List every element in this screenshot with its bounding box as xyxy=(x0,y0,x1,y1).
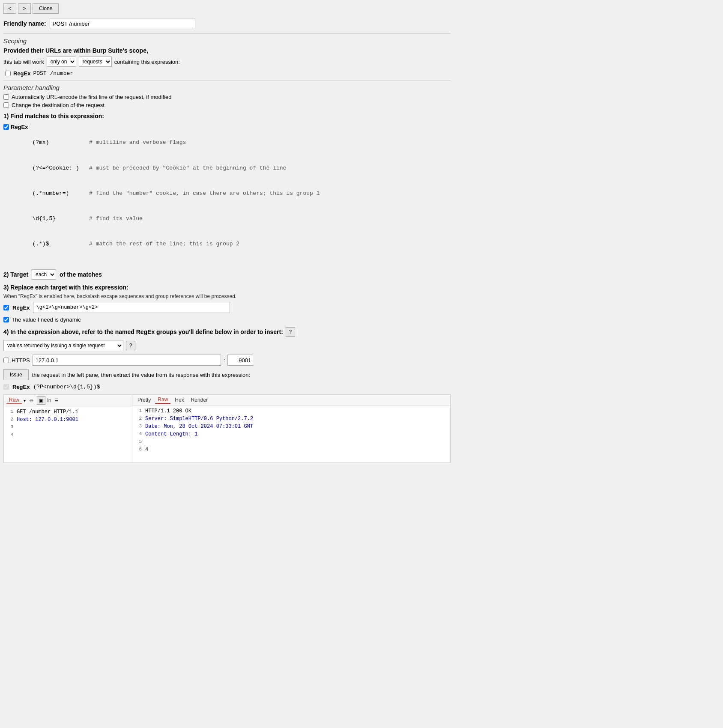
regex-code-block: (?mx) # multiline and verbose flags (?<=… xyxy=(32,122,320,265)
target-prefix: 2) Target xyxy=(3,271,28,278)
section4-help-btn[interactable]: ? xyxy=(286,327,295,337)
find-heading: 1) Find matches to this expression: xyxy=(3,113,451,119)
right-line-2: 2 Server: SimpleHTTP/0.6 Python/2.7.2 xyxy=(135,415,448,423)
change-dest-checkbox[interactable] xyxy=(3,102,9,108)
requests-select[interactable]: requests xyxy=(79,57,112,67)
scoping-regex-row: RegEx POST /number xyxy=(5,70,451,77)
dynamic-label: The value I need is dynamic xyxy=(12,316,81,323)
dropdown-row: values returned by issuing a single requ… xyxy=(3,340,451,351)
forward-button[interactable]: > xyxy=(18,3,31,14)
code-line-2: (?<=^Cookie: ) # must be preceded by "Co… xyxy=(32,164,320,173)
find-regex-label: RegEx xyxy=(11,124,28,130)
replace-desc: When "RegEx" is enabled here, backslash … xyxy=(3,293,451,299)
right-tab-raw[interactable]: Raw xyxy=(155,396,170,404)
right-tab-pretty[interactable]: Pretty xyxy=(135,397,153,403)
ln-label[interactable]: ln xyxy=(47,397,51,403)
change-dest-row: Change the destination of the request xyxy=(3,102,451,108)
panes-container: Raw ▾ ⊘ ▣ ln ☰ 1 GET /number HTTP/1.1 2 … xyxy=(3,394,451,463)
left-pane: Raw ▾ ⊘ ▣ ln ☰ 1 GET /number HTTP/1.1 2 … xyxy=(4,395,132,462)
dynamic-checkbox[interactable] xyxy=(3,317,9,322)
scoping-regex-value: POST /number xyxy=(33,70,73,77)
url-encode-checkbox[interactable] xyxy=(3,94,9,100)
left-line-4: 4 xyxy=(6,431,129,439)
friendly-name-label: Friendly name: xyxy=(3,20,46,27)
right-tab-render[interactable]: Render xyxy=(188,397,210,403)
find-regex-check-row: RegEx xyxy=(3,124,28,130)
left-tab-raw[interactable]: Raw xyxy=(6,397,22,404)
scoping-title: Scoping xyxy=(3,37,451,45)
right-tab-hex[interactable]: Hex xyxy=(172,397,186,403)
right-line-3: 3 Date: Mon, 28 Oct 2024 07:33:01 GMT xyxy=(135,423,448,430)
extract-regex-value: (?P<number>\d{1,5})$ xyxy=(33,384,100,390)
right-line-1: 1 HTTP/1.1 200 OK xyxy=(135,407,448,415)
replace-regex-checkbox[interactable] xyxy=(3,305,9,310)
only-on-select[interactable]: only on xyxy=(47,57,76,67)
code-line-4: \d{1,5} # find its value xyxy=(32,215,320,224)
right-line-4: 4 Content-Length: 1 xyxy=(135,430,448,438)
scoping-regex-label: RegEx xyxy=(13,70,30,77)
right-line-5: 5 xyxy=(135,438,448,446)
toolbar: < > Clone xyxy=(3,3,451,14)
port-separator: : xyxy=(224,357,225,364)
target-suffix: of the matches xyxy=(60,271,102,278)
extract-regex-row: RegEx (?P<number>\d{1,5})$ xyxy=(3,384,451,390)
issue-button[interactable]: Issue xyxy=(3,369,29,380)
containing-label: containing this expression: xyxy=(114,59,180,65)
host-input[interactable] xyxy=(33,355,221,366)
left-line-2: 2 Host: 127.0.0.1:9001 xyxy=(6,416,129,424)
section4-row: 4) In the expression above, refer to the… xyxy=(3,327,451,337)
issue-row: Issue the request in the left pane, then… xyxy=(3,369,451,380)
main-container: < > Clone Friendly name: Scoping Provide… xyxy=(0,0,454,728)
friendly-name-input[interactable] xyxy=(50,18,195,29)
replace-input[interactable] xyxy=(33,302,230,313)
back-button[interactable]: < xyxy=(3,3,16,14)
issue-desc: the request in the left pane, then extra… xyxy=(32,372,250,378)
url-encode-row: Automatically URL-encode the first line … xyxy=(3,94,451,100)
url-encode-label: Automatically URL-encode the first line … xyxy=(12,94,172,100)
send-icon[interactable]: ▣ xyxy=(37,396,45,405)
target-row: 2) Target each of the matches xyxy=(3,269,451,280)
left-pane-content: 1 GET /number HTTP/1.1 2 Host: 127.0.0.1… xyxy=(4,406,132,462)
right-pane-content: 1 HTTP/1.1 200 OK 2 Server: SimpleHTTP/0… xyxy=(132,406,450,462)
code-line-5: (.*)$ # match the rest of the line; this… xyxy=(32,240,320,249)
find-regex-checkbox[interactable] xyxy=(3,124,9,130)
right-line-6: 6 4 xyxy=(135,446,448,454)
scoping-section: Scoping Provided their URLs are within B… xyxy=(3,37,451,77)
left-line-3: 3 xyxy=(6,424,129,431)
scoping-regex-checkbox[interactable] xyxy=(5,71,11,76)
param-handling-section: Parameter handling Automatically URL-enc… xyxy=(3,84,451,463)
dropdown-help-btn[interactable]: ? xyxy=(126,341,135,350)
tab-prefix-label: this tab will work xyxy=(3,59,44,65)
extract-regex-label: RegEx xyxy=(12,384,30,390)
right-pane-toolbar: Pretty Raw Hex Render xyxy=(132,395,450,406)
https-checkbox[interactable] xyxy=(3,358,9,363)
friendly-name-row: Friendly name: xyxy=(3,18,451,29)
values-dropdown[interactable]: values returned by issuing a single requ… xyxy=(3,340,123,351)
https-row: HTTPS : xyxy=(3,355,451,366)
replace-regex-label: RegEx xyxy=(12,304,30,311)
param-handling-title: Parameter handling xyxy=(3,84,451,91)
port-input[interactable] xyxy=(227,355,253,366)
right-pane: Pretty Raw Hex Render 1 HTTP/1.1 200 OK … xyxy=(132,395,450,462)
code-line-3: (.*number=) # find the "number" cookie, … xyxy=(32,189,320,198)
menu-icon[interactable]: ☰ xyxy=(53,397,60,404)
target-select[interactable]: each xyxy=(32,269,56,280)
left-tab-dropdown-icon[interactable]: ▾ xyxy=(24,398,26,403)
change-dest-label: Change the destination of the request xyxy=(12,102,105,108)
no-intercept-icon[interactable]: ⊘ xyxy=(27,397,35,404)
https-label: HTTPS xyxy=(12,357,30,364)
find-regex-block: RegEx (?mx) # multiline and verbose flag… xyxy=(3,122,451,265)
code-line-1: (?mx) # multiline and verbose flags xyxy=(32,138,320,147)
scope-row: this tab will work only on requests cont… xyxy=(3,57,451,67)
replace-input-row: RegEx xyxy=(3,302,451,313)
scoping-description: Provided their URLs are within Burp Suit… xyxy=(3,47,451,54)
left-line-1: 1 GET /number HTTP/1.1 xyxy=(6,408,129,416)
section4-heading: 4) In the expression above, refer to the… xyxy=(3,328,283,335)
extract-regex-checkbox[interactable] xyxy=(3,384,9,390)
dynamic-row: The value I need is dynamic xyxy=(3,316,451,323)
replace-heading: 3) Replace each target with this express… xyxy=(3,284,451,291)
left-pane-toolbar: Raw ▾ ⊘ ▣ ln ☰ xyxy=(4,395,132,406)
clone-button[interactable]: Clone xyxy=(33,3,59,14)
